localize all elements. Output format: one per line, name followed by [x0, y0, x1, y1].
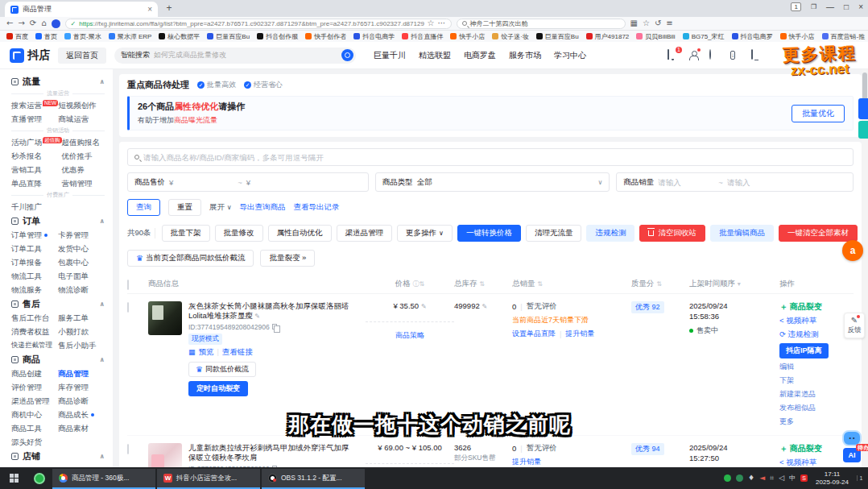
taskbar-window-browser[interactable]: 商品管理 - 360极...: [52, 469, 155, 489]
new-tab-button[interactable]: +: [163, 2, 176, 15]
sidebar-item-price-push[interactable]: 优价推手: [62, 149, 105, 163]
view-link[interactable]: 查看链接: [222, 347, 253, 358]
violation-check-button[interactable]: 违规检测: [586, 225, 634, 242]
show-desktop-button[interactable]: 1: [857, 475, 865, 481]
ai-assistant-float[interactable]: AI待办: [842, 430, 862, 462]
extension-icon[interactable]: [52, 19, 60, 28]
video-seed-link[interactable]: < 视频种草: [779, 458, 816, 467]
bookmark-item[interactable]: 快手小店: [450, 32, 485, 41]
edit-stock-icon[interactable]: ✎: [482, 303, 487, 310]
more-actions-button[interactable]: 更多操作∨: [397, 225, 453, 242]
sidebar-item-order-report[interactable]: 订单报备: [11, 255, 58, 269]
extension-badge[interactable]: 1: [791, 2, 800, 11]
search-submit-icon[interactable]: [341, 49, 353, 61]
sidebar-item-parcel-center[interactable]: 包裹中心: [58, 255, 105, 269]
price-range-filter[interactable]: 商品售价 ¥ ~ ¥: [127, 172, 369, 192]
bell-icon[interactable]: 1: [668, 50, 678, 60]
auto-split-button[interactable]: 定时自动裂变: [188, 381, 248, 396]
sidebar-item-value-signup[interactable]: 超值购报名: [62, 135, 105, 149]
sidebar-item-ship-center[interactable]: 发货中心: [58, 242, 105, 255]
product-strategy-link[interactable]: 商品策略: [395, 331, 424, 339]
sidebar-item-qianchuan[interactable]: 千川推广: [11, 200, 58, 213]
select-all-checkbox[interactable]: [127, 280, 129, 290]
sidebar-item-live-manage[interactable]: 直播管理: [11, 112, 58, 126]
chevron-up-icon[interactable]: ∧: [100, 78, 105, 85]
sidebar-section-traffic[interactable]: 流量∧: [11, 74, 105, 89]
ip-isolate-button[interactable]: 抖店IP隔离: [779, 343, 829, 358]
set-discount-link[interactable]: 设置单品直降: [512, 329, 556, 339]
bookmark-item[interactable]: 聚水潭 ERP: [109, 32, 152, 41]
bookmark-item[interactable]: 抖音电商学: [353, 32, 395, 41]
price-max-input[interactable]: [254, 178, 311, 187]
nav-qianchuan[interactable]: 巨量千川: [374, 50, 406, 61]
bookmark-item[interactable]: 抖音电商罗: [732, 32, 773, 41]
page-intercept-button[interactable]: ♛当前页全部商品同款低价截流: [127, 250, 254, 267]
menu-icon[interactable]: ≡: [666, 19, 672, 27]
sidebar-item-product-tools[interactable]: 商品工具: [11, 421, 58, 435]
bookmark-item[interactable]: 抖音直播伴: [402, 32, 443, 41]
sidebar-item-card-manage[interactable]: 卡券管理: [58, 228, 105, 242]
window-minimize-button[interactable]: —: [826, 2, 834, 11]
download-icon[interactable]: ↓: [730, 50, 741, 60]
sidebar-item-product-material[interactable]: 商品素材: [58, 421, 105, 435]
forward-icon[interactable]: →: [18, 19, 24, 27]
product-search-input[interactable]: [143, 153, 846, 162]
col-header-time[interactable]: 上架时间顺序 ▾: [689, 279, 779, 289]
home-icon[interactable]: ⌂: [41, 19, 46, 27]
sidebar-item-product-create[interactable]: 商品创建: [11, 367, 58, 380]
sales-min-input[interactable]: [658, 178, 714, 187]
bookmark-star-icon[interactable]: ☆: [428, 19, 435, 27]
workbench-icon[interactable]: [751, 50, 762, 60]
sidebar-section-shop[interactable]: 店铺∧: [11, 449, 105, 463]
sidebar-item-aftersale-helper[interactable]: 售后小助手: [58, 338, 105, 352]
nav-xuexi[interactable]: 学习中心: [554, 50, 586, 61]
batch-edit-products-button[interactable]: 批量编辑商品: [710, 225, 774, 242]
product-image[interactable]: [148, 301, 182, 335]
sales-range-filter[interactable]: 商品销量 ~: [616, 172, 854, 192]
batch-optimize-button[interactable]: 批量优化: [792, 105, 845, 122]
more-link[interactable]: 更多: [779, 416, 794, 427]
sidebar-item-product-diagnose[interactable]: 商品诊断: [58, 394, 105, 408]
bookmark-item[interactable]: 首页-聚水: [64, 32, 101, 41]
window-close-button[interactable]: ×: [858, 2, 863, 11]
preview-link[interactable]: 预览: [199, 347, 214, 358]
empty-recycle-button[interactable]: 清空回收站: [639, 225, 705, 242]
window-maximize-button[interactable]: □: [844, 2, 849, 11]
violation-check-link[interactable]: ⟳ 违规检测: [779, 329, 819, 340]
apps-grid-icon[interactable]: ▦: [630, 19, 638, 27]
sidebar-item-small-refund[interactable]: 小额打款: [58, 325, 105, 338]
product-type-select[interactable]: 商品类型 全部 ∨: [375, 172, 610, 192]
copy-icon[interactable]: [272, 324, 277, 329]
sidebar-section-orders[interactable]: 订单∧: [11, 213, 105, 228]
alimama-float-icon[interactable]: a: [842, 240, 863, 261]
help-icon[interactable]: [709, 50, 720, 60]
batch-offshelf-button[interactable]: 批量下架: [162, 225, 210, 242]
convert-price-button[interactable]: 一键转换价格: [457, 225, 521, 242]
sidebar-item-video-create[interactable]: 短视频创作: [58, 98, 105, 112]
bookmark-item[interactable]: 饺子迷·妆: [492, 32, 529, 41]
sidebar-item-coupon[interactable]: 优惠券: [62, 163, 105, 176]
clean-no-traffic-button[interactable]: 清理无流量: [526, 225, 582, 242]
row-checkbox[interactable]: [127, 302, 129, 313]
sidebar-section-aftersale[interactable]: 售后∧: [11, 296, 105, 311]
back-icon[interactable]: ←: [6, 19, 13, 27]
boost-sales-link[interactable]: 提升销量: [512, 457, 541, 467]
taskbar-window-wps[interactable]: W抖音小店运营全攻...: [157, 469, 260, 489]
history-icon[interactable]: ↺: [655, 19, 661, 27]
intercept-button[interactable]: ♛同款低价截流: [188, 362, 256, 377]
bookmark-item[interactable]: 快手创作者: [305, 32, 346, 41]
new-channel-link[interactable]: 新建渠道品: [779, 389, 816, 400]
batch-split-button[interactable]: 批量裂变 »: [260, 250, 315, 267]
bookmark-item[interactable]: 百度营销-推: [822, 32, 866, 41]
col-header-sales[interactable]: 总销量 ⇅: [512, 279, 631, 289]
sidebar-item-logistics-diagnose[interactable]: 物流诊断: [58, 283, 105, 296]
col-header-price[interactable]: 价格 ⓘ⇅: [366, 279, 454, 289]
sidebar-item-aftersale-bench[interactable]: 售后工作台: [11, 311, 58, 325]
taskbar-window-obs[interactable]: OBS 31.1.2 - 配置...: [262, 469, 365, 489]
row-checkbox[interactable]: [127, 444, 129, 454]
chevron-up-icon[interactable]: ∧: [100, 218, 105, 225]
product-split-link[interactable]: ＋ 商品裂变: [779, 301, 822, 313]
product-image[interactable]: [148, 443, 182, 467]
edit-price-icon[interactable]: ✎: [421, 303, 427, 310]
floating-tab-green[interactable]: [858, 121, 868, 139]
